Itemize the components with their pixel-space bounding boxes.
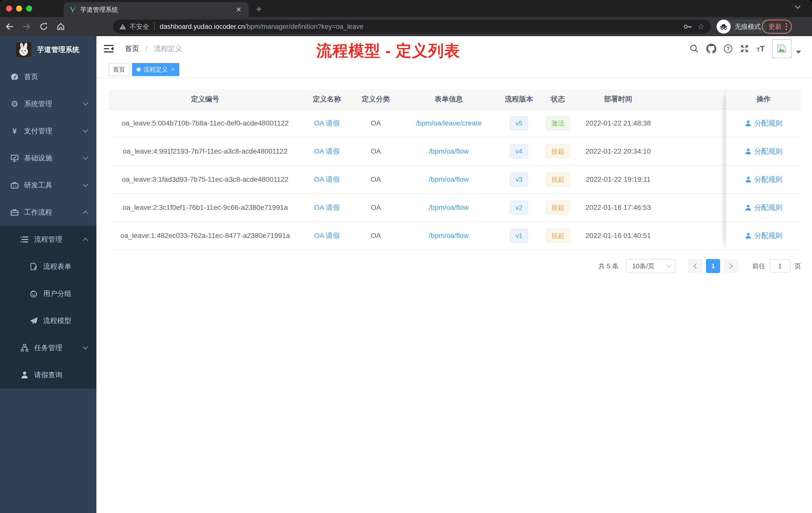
incognito-label: 无痕模式: [735, 22, 761, 31]
assign-rule-button[interactable]: 分配规则: [745, 231, 782, 240]
url-bar[interactable]: 不安全 dashboard.yudao.iocoder.cn/bpm/manag…: [113, 20, 710, 34]
close-window-button[interactable]: [6, 5, 12, 11]
sidebar-item-infrastructure[interactable]: 基础设施: [0, 145, 96, 172]
definition-id: oa_leave:3:1fad3d93-7b75-11ec-a3c8-acde4…: [109, 165, 302, 193]
definition-name-link[interactable]: OA 请假: [314, 203, 340, 212]
browser-toolbar: 不安全 dashboard.yudao.iocoder.cn/bpm/manag…: [0, 17, 812, 36]
app-logo[interactable]: 芋道管理系统: [0, 36, 96, 63]
minimize-window-button[interactable]: [16, 5, 22, 11]
sidebar-item-user-group[interactable]: 用户分组: [0, 280, 96, 307]
sidebar-item-dev-tools[interactable]: 研发工具: [0, 172, 96, 199]
assign-rule-button[interactable]: 分配规则: [745, 175, 782, 184]
url-text[interactable]: dashboard.yudao.iocoder.cn/bpm/manager/d…: [160, 23, 678, 31]
sidebar-collapse-icon[interactable]: [104, 45, 114, 53]
goto-page-input[interactable]: [769, 259, 790, 273]
col-header-version: 流程版本: [498, 89, 540, 109]
url-path: /bpm/manager/definition?key=oa_leave: [245, 23, 363, 30]
user-icon: [745, 204, 752, 211]
tag-home[interactable]: 首页: [109, 63, 129, 76]
form-link[interactable]: /bpm/oa/flow: [429, 232, 469, 240]
breadcrumb-separator: /: [146, 45, 148, 53]
deploy-time: 2022-01-16 17:46:53: [576, 194, 661, 221]
sidebar-item-process-form[interactable]: 流程表单: [0, 253, 96, 280]
assign-rule-label: 分配规则: [754, 203, 782, 212]
sidebar-item-leave-query[interactable]: 请假查询: [0, 361, 96, 389]
browser-update-button[interactable]: 更新: [762, 20, 792, 34]
sidebar-item-label: 系统管理: [24, 99, 52, 109]
assign-rule-button[interactable]: 分配规则: [745, 147, 782, 156]
definition-name-link[interactable]: OA 请假: [314, 175, 340, 184]
chevron-down-icon: [666, 264, 671, 268]
form-link[interactable]: /bpm/oa/leave/create: [416, 119, 482, 127]
page-size-select[interactable]: 10条/页: [626, 259, 676, 273]
table-row: oa_leave:1:482ec033-762a-11ec-8477-a2380…: [109, 222, 726, 250]
browser-tab[interactable]: 芋道管理系统 ✕: [64, 2, 249, 17]
table-row: oa_leave:5:004b710b-7b8a-11ec-8ef0-acde4…: [109, 110, 726, 138]
sidebar-item-task-management[interactable]: 任务管理: [0, 334, 96, 361]
key-icon[interactable]: [683, 24, 692, 30]
page-unit-label: 页: [794, 262, 801, 271]
github-icon[interactable]: [706, 44, 716, 54]
window-controls: [6, 5, 32, 11]
form-link[interactable]: /bpm/oa/flow: [429, 204, 469, 212]
reload-icon[interactable]: [36, 19, 51, 34]
assign-rule-button[interactable]: 分配规则: [745, 118, 782, 128]
forward-icon[interactable]: [19, 19, 34, 34]
security-label[interactable]: 不安全: [129, 22, 149, 31]
col-header-form: 表单信息: [400, 89, 498, 109]
definition-name-link[interactable]: OA 请假: [314, 118, 340, 128]
tab-search-chevron-icon[interactable]: [794, 5, 801, 9]
col-header-action: 操作: [726, 89, 801, 110]
incognito-badge: 无痕模式: [717, 20, 767, 34]
avatar-caret-icon[interactable]: [796, 51, 801, 54]
sidebar-item-process-model[interactable]: 流程模型: [0, 307, 96, 334]
tab-close-icon[interactable]: ✕: [234, 5, 243, 14]
tag-close-icon[interactable]: ×: [171, 66, 175, 73]
tag-process-definition[interactable]: 流程定义 ×: [132, 63, 179, 76]
version-badge: v5: [510, 116, 528, 130]
chevron-down-icon: [82, 156, 88, 160]
sidebar-item-label: 用户分组: [43, 289, 71, 298]
definition-name-link[interactable]: OA 请假: [314, 231, 340, 240]
total-count: 共 5 条: [598, 262, 619, 271]
font-size-icon[interactable]: TT: [756, 44, 765, 54]
assign-rule-label: 分配规则: [754, 231, 782, 240]
status-badge: 挂起: [546, 201, 570, 215]
pagination: 共 5 条 10条/页 1 前往 页: [109, 259, 801, 273]
next-page-button[interactable]: [724, 259, 738, 273]
fixed-action-column: 操作 分配规则 分配规则 分配规则 分配规则 分配规则: [726, 89, 801, 250]
form-link[interactable]: /bpm/oa/flow: [429, 175, 469, 183]
definition-name-link[interactable]: OA 请假: [314, 147, 340, 156]
bookmark-star-icon[interactable]: ☆: [697, 22, 704, 31]
back-icon[interactable]: [2, 19, 17, 34]
tags-view: 首页 流程定义 ×: [96, 61, 812, 78]
col-header-id: 定义编号: [109, 89, 302, 109]
form-link[interactable]: /bpm/oa/flow: [429, 147, 469, 155]
user-icon: [745, 176, 752, 183]
search-icon[interactable]: [690, 44, 699, 53]
workflow-submenu: 流程管理 流程表单 用户分组: [0, 226, 96, 389]
sidebar-item-payment[interactable]: ¥ 支付管理: [0, 117, 96, 145]
sidebar-item-home[interactable]: 首页: [0, 63, 96, 90]
sidebar-item-system[interactable]: ⚙ 系统管理: [0, 90, 96, 117]
breadcrumb-home[interactable]: 首页: [125, 45, 139, 53]
sidebar-item-process-management[interactable]: 流程管理: [0, 226, 96, 253]
page-number-button[interactable]: 1: [706, 259, 720, 273]
help-icon[interactable]: ?: [724, 44, 732, 53]
table-row: oa_leave:3:1fad3d93-7b75-11ec-a3c8-acde4…: [109, 165, 726, 194]
toolbox-icon: [10, 181, 19, 189]
assign-rule-label: 分配规则: [754, 147, 782, 156]
zoom-window-button[interactable]: [26, 5, 32, 11]
new-tab-button[interactable]: +: [256, 4, 262, 14]
browser-menu-icon[interactable]: [786, 23, 787, 30]
home-icon[interactable]: [53, 19, 68, 34]
deploy-time: 2022-01-22 21:48:38: [576, 110, 661, 137]
fullscreen-icon[interactable]: [740, 44, 749, 53]
prev-page-button[interactable]: [688, 259, 702, 273]
assign-rule-button[interactable]: 分配规则: [745, 203, 782, 212]
avatar[interactable]: [772, 39, 791, 58]
status-badge: 挂起: [546, 229, 570, 243]
sidebar-item-workflow[interactable]: 工作流程: [0, 199, 96, 226]
breadcrumb-current: 流程定义: [154, 45, 182, 53]
status-badge: 挂起: [546, 144, 570, 158]
